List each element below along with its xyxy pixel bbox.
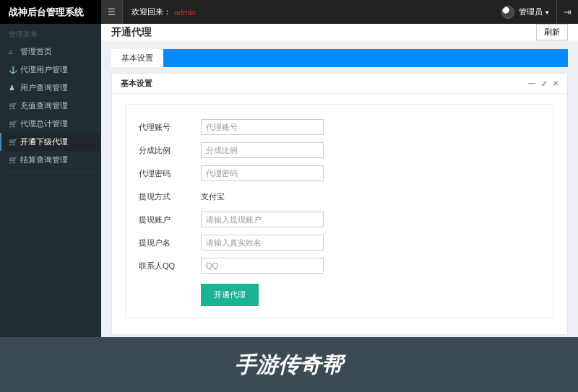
refresh-button[interactable]: 刷新 bbox=[536, 24, 568, 40]
cart-icon: 🛒 bbox=[9, 138, 20, 146]
bars-icon bbox=[108, 7, 116, 17]
input-agent-password[interactable] bbox=[201, 165, 324, 181]
input-contact-qq[interactable] bbox=[201, 258, 324, 274]
content-area: 开通代理 刷新 基本设置 基本设置 — ⤢ ✕ 代理账号分成比例代理密码提现方式 bbox=[101, 24, 578, 337]
sidebar-item-label: 充值查询管理 bbox=[20, 100, 68, 111]
label-withdraw-name: 提现户名 bbox=[139, 238, 201, 248]
panel-close-icon[interactable]: ✕ bbox=[553, 79, 558, 87]
panel-basic-settings: 基本设置 — ⤢ ✕ 代理账号分成比例代理密码提现方式支付宝提现账户提现户名联系… bbox=[111, 73, 568, 335]
form-row-withdraw-account: 提现账户 bbox=[139, 209, 540, 230]
input-withdraw-name[interactable] bbox=[201, 235, 324, 251]
panel-expand-icon[interactable]: ⤢ bbox=[541, 79, 547, 87]
sidebar-item-label: 代理总计管理 bbox=[20, 118, 68, 129]
sidebar-item-3[interactable]: 🛒充值查询管理 bbox=[0, 97, 101, 115]
sidebar-section-label: 管理菜单 bbox=[0, 24, 101, 43]
input-split-ratio[interactable] bbox=[201, 142, 324, 158]
welcome-prefix: 欢迎回来： bbox=[131, 6, 171, 17]
caret-down-icon: ▾ bbox=[545, 9, 549, 16]
sidebar-item-label: 结算查询管理 bbox=[20, 154, 68, 165]
form-row-agent-account: 代理账号 bbox=[139, 116, 540, 138]
user-icon: ♟ bbox=[9, 84, 20, 92]
sidebar-divider bbox=[7, 172, 94, 173]
sidebar-item-label: 代理用户管理 bbox=[20, 64, 68, 75]
form-row-contact-qq: 联系人QQ bbox=[139, 255, 540, 276]
role-label: 管理员 bbox=[519, 6, 543, 17]
form-row-split-ratio: 分成比例 bbox=[139, 139, 540, 161]
welcome-text: 欢迎回来： admin bbox=[123, 0, 494, 24]
sidebar-item-label: 管理首页 bbox=[20, 46, 52, 57]
label-withdraw-account: 提现账户 bbox=[139, 214, 201, 225]
sidebar-item-6[interactable]: 🛒结算查询管理 bbox=[0, 151, 101, 169]
footer-banner: 手游传奇帮 bbox=[0, 337, 578, 392]
cart-icon: 🛒 bbox=[9, 102, 20, 110]
sidebar-item-2[interactable]: ♟用户查询管理 bbox=[0, 79, 101, 97]
logout-icon bbox=[564, 6, 571, 17]
submit-button[interactable]: 开通代理 bbox=[201, 284, 259, 306]
cart-icon: 🛒 bbox=[9, 156, 20, 164]
sidebar: 管理菜单 ⌂管理首页⚓代理用户管理♟用户查询管理🛒充值查询管理🛒代理总计管理🛒开… bbox=[0, 24, 101, 337]
panel-title: 基本设置 bbox=[121, 78, 152, 89]
form: 代理账号分成比例代理密码提现方式支付宝提现账户提现户名联系人QQ开通代理 bbox=[125, 104, 554, 318]
sidebar-item-5[interactable]: 🛒开通下级代理 bbox=[0, 133, 101, 151]
form-row-withdraw-method: 提现方式支付宝 bbox=[139, 186, 540, 207]
label-agent-account: 代理账号 bbox=[139, 122, 201, 133]
page-title: 开通代理 bbox=[111, 26, 152, 39]
brand-title: 战神后台管理系统 bbox=[0, 0, 101, 24]
home-icon: ⌂ bbox=[9, 48, 20, 56]
sitemap-icon: ⚓ bbox=[9, 66, 20, 74]
tab-bar: 基本设置 bbox=[111, 49, 568, 67]
user-menu[interactable]: 管理员 ▾ bbox=[494, 0, 556, 24]
label-contact-qq: 联系人QQ bbox=[139, 261, 201, 271]
top-bar: 战神后台管理系统 欢迎回来： admin 管理员 ▾ bbox=[0, 0, 578, 24]
label-withdraw-method: 提现方式 bbox=[139, 191, 201, 202]
input-agent-account[interactable] bbox=[201, 119, 324, 135]
sidebar-item-4[interactable]: 🛒代理总计管理 bbox=[0, 115, 101, 133]
input-withdraw-account[interactable] bbox=[201, 212, 324, 227]
sidebar-item-0[interactable]: ⌂管理首页 bbox=[0, 43, 101, 61]
tab-bar-spacer bbox=[163, 49, 568, 67]
toggle-sidebar-button[interactable] bbox=[101, 0, 123, 24]
username: admin bbox=[174, 8, 196, 17]
panel-minimize-icon[interactable]: — bbox=[528, 79, 535, 87]
sidebar-item-1[interactable]: ⚓代理用户管理 bbox=[0, 61, 101, 79]
cart-icon: 🛒 bbox=[9, 120, 20, 128]
label-agent-password: 代理密码 bbox=[139, 168, 201, 179]
avatar-icon bbox=[501, 6, 514, 19]
sidebar-item-label: 开通下级代理 bbox=[20, 136, 68, 147]
page-header: 开通代理 刷新 bbox=[101, 24, 578, 40]
logout-button[interactable] bbox=[556, 0, 578, 24]
sidebar-item-label: 用户查询管理 bbox=[20, 82, 68, 93]
static-withdraw-method: 支付宝 bbox=[201, 191, 225, 202]
form-row-agent-password: 代理密码 bbox=[139, 162, 540, 184]
label-split-ratio: 分成比例 bbox=[139, 145, 201, 156]
form-row-withdraw-name: 提现户名 bbox=[139, 232, 540, 253]
tab-basic-settings[interactable]: 基本设置 bbox=[111, 49, 163, 67]
